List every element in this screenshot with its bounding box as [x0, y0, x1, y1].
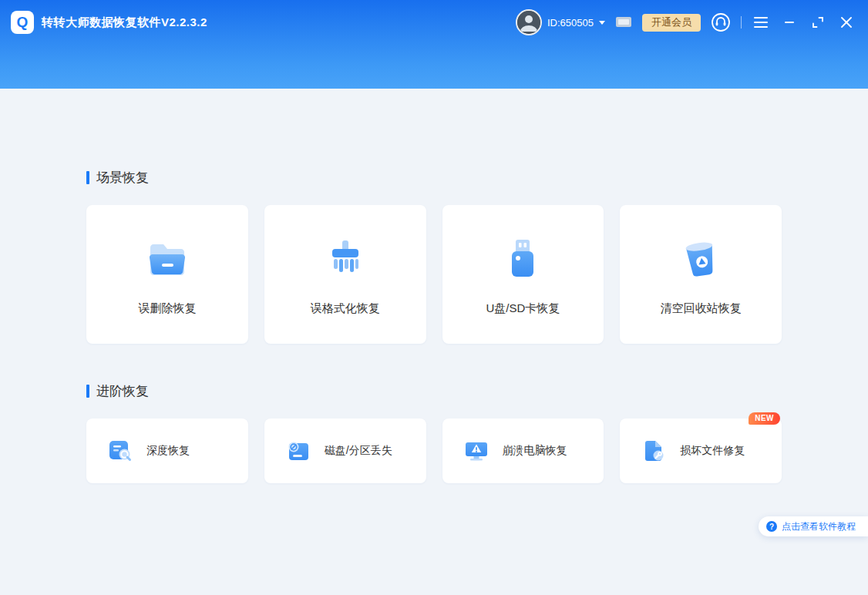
chevron-down-icon [599, 21, 605, 25]
card-label: 误删除恢复 [138, 301, 196, 316]
card-label: U盘/SD卡恢复 [486, 301, 560, 316]
tutorial-label: 点击查看软件教程 [782, 520, 856, 533]
card-crashed-computer-recovery[interactable]: 崩溃电脑恢复 [442, 419, 604, 483]
titlebar: Q 转转大师数据恢复软件V2.2.3.2 ID:650505 [0, 0, 868, 45]
card-file-repair[interactable]: NEW 损坏文件修复 [620, 419, 782, 483]
card-label: 深度恢复 [146, 444, 190, 458]
advanced-card-grid: 深度恢复 磁盘/分区丢失 [86, 419, 782, 483]
header-divider [741, 16, 742, 29]
minimize-button[interactable] [780, 13, 799, 32]
section-title-bar [86, 385, 89, 398]
deep-scan-icon [106, 437, 134, 465]
minimize-icon [785, 22, 794, 23]
card-undelete-recovery[interactable]: 误删除恢复 [86, 205, 248, 344]
app-logo-icon: Q [11, 11, 34, 34]
app-title: 转转大师数据恢复软件V2.2.3.2 [42, 15, 207, 30]
main-content: 场景恢复 误删除恢复 [0, 169, 868, 483]
card-label: 清空回收站恢复 [661, 301, 742, 316]
card-usb-sd-recovery[interactable]: U盘/SD卡恢复 [442, 205, 604, 344]
recycle-bin-icon [676, 234, 725, 283]
card-label: 崩溃电脑恢复 [503, 444, 567, 458]
customer-service-icon [711, 12, 731, 32]
section-title-scene: 场景恢复 [86, 169, 782, 187]
card-label: 磁盘/分区丢失 [325, 444, 392, 458]
scene-card-grid: 误删除恢复 误格式化恢复 [86, 205, 782, 344]
customer-service-button[interactable] [711, 12, 731, 32]
card-unformat-recovery[interactable]: 误格式化恢复 [264, 205, 426, 344]
user-avatar-icon [517, 11, 540, 34]
user-id: ID:650505 [547, 17, 594, 29]
hamburger-menu-icon [754, 17, 768, 28]
section-title-bar [86, 171, 89, 184]
tutorial-button[interactable]: ? 点击查看软件教程 [759, 516, 868, 536]
header: Q 转转大师数据恢复软件V2.2.3.2 ID:650505 [0, 0, 868, 89]
card-disk-partition-loss[interactable]: 磁盘/分区丢失 [264, 419, 426, 483]
usb-drive-icon [498, 234, 547, 283]
maximize-button[interactable] [809, 13, 827, 32]
monitor-icon [615, 15, 632, 29]
disk-partition-icon [284, 437, 312, 465]
menu-button[interactable] [752, 13, 770, 32]
section-title-text: 场景恢复 [96, 169, 149, 187]
folder-icon [143, 234, 192, 283]
new-badge: NEW [749, 412, 780, 425]
card-label: 损坏文件修复 [680, 444, 745, 458]
crashed-computer-icon [463, 437, 490, 465]
display-button[interactable] [615, 15, 632, 29]
close-icon [841, 17, 852, 28]
avatar[interactable] [516, 9, 542, 35]
close-button[interactable] [837, 13, 856, 32]
fullscreen-icon [812, 17, 823, 28]
section-title-advanced: 进阶恢复 [86, 382, 782, 400]
user-account-menu[interactable]: ID:650505 [516, 9, 605, 35]
card-label: 误格式化恢复 [311, 301, 380, 316]
card-recycle-bin-recovery[interactable]: 清空回收站恢复 [620, 205, 782, 344]
open-vip-button[interactable]: 开通会员 [642, 14, 701, 32]
card-deep-recovery[interactable]: 深度恢复 [86, 419, 248, 483]
section-title-text: 进阶恢复 [96, 382, 149, 400]
file-repair-icon [640, 437, 668, 465]
question-icon: ? [766, 521, 777, 532]
brush-icon [321, 234, 370, 283]
